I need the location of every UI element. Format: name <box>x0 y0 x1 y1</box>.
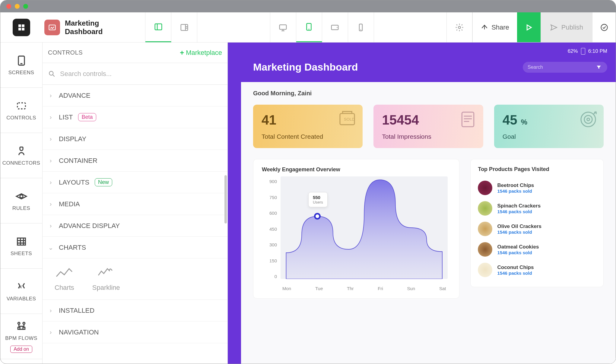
chevron-right-icon: › <box>48 307 53 314</box>
svg-point-22 <box>581 112 595 127</box>
product-row[interactable]: Coconut Chips 1546 packs sold <box>478 260 596 280</box>
rail-label: SCREENS <box>8 70 34 76</box>
top-products-card: Top Products Pages Visited Beetroot Chip… <box>470 159 604 287</box>
chart-tile-charts[interactable]: Charts <box>55 266 74 292</box>
rail-item-bpm-flows[interactable]: BPM FLOWS Add on <box>0 314 42 359</box>
addon-badge: Add on <box>10 346 32 353</box>
preview-search-input[interactable] <box>528 65 593 70</box>
app-logo[interactable] <box>13 19 30 36</box>
controls-search-input[interactable] <box>60 70 222 78</box>
chart-plot-area[interactable]: 550 Users <box>281 176 448 279</box>
product-row[interactable]: Beetroot Chips 1546 packs sold <box>478 178 596 198</box>
rail-icon <box>15 320 27 332</box>
product-name: Spinach Crackers <box>497 203 541 209</box>
product-name: Beetroot Chips <box>497 182 534 188</box>
chart-tile-label: Charts <box>55 284 74 292</box>
device-mobile[interactable] <box>348 12 374 42</box>
device-tablet-portrait[interactable] <box>296 12 322 42</box>
publish-button[interactable]: Publish <box>541 12 592 42</box>
tablet-portrait-icon <box>304 22 313 31</box>
minimize-window-dot[interactable] <box>15 4 20 9</box>
control-group-label: DISPLAY <box>59 135 86 143</box>
layout-view-panel[interactable] <box>145 12 171 42</box>
chart-data-marker <box>314 213 321 220</box>
marketplace-link[interactable]: + Marketplace <box>180 49 222 57</box>
rail-label: VARIABLES <box>7 296 36 302</box>
rail-item-variables[interactable]: x VARIABLES <box>0 269 42 314</box>
control-group-charts[interactable]: ⌄ CHARTS <box>43 237 227 258</box>
product-row[interactable]: Olive Oil Crackers 1546 packs sold <box>478 219 596 239</box>
rail-item-sheets[interactable]: SHEETS <box>0 223 42 269</box>
chevron-right-icon: › <box>48 222 53 229</box>
chevron-right-icon: › <box>48 114 53 121</box>
panel-layout-icon <box>154 22 163 31</box>
product-subtext: 1546 packs sold <box>497 188 534 194</box>
kpi-card-goal[interactable]: 45 % Goal <box>494 105 604 148</box>
svg-point-8 <box>601 24 607 30</box>
scrollbar-thumb[interactable] <box>224 175 227 223</box>
control-group-list[interactable]: › LIST Beta <box>43 106 227 128</box>
control-group-installed[interactable]: › INSTALLED <box>43 300 227 321</box>
device-desktop[interactable] <box>270 12 296 42</box>
badge-new: New <box>95 178 112 186</box>
chart-type-icon <box>55 266 73 280</box>
control-group-advance-display[interactable]: › ADVANCE DISPLAY <box>43 215 227 237</box>
x-tick-label: Thr <box>347 286 354 291</box>
product-row[interactable]: Oatmeal Cookies 1546 packs sold <box>478 239 596 260</box>
svg-point-23 <box>584 116 592 123</box>
dashboard-icon <box>44 20 60 35</box>
settings-button[interactable] <box>446 12 472 42</box>
control-group-container[interactable]: › CONTAINER <box>43 150 227 172</box>
y-tick-label: 0 <box>264 274 277 279</box>
window-titlebar <box>0 0 616 12</box>
rail-label: BPM FLOWS <box>5 335 37 341</box>
rail-item-controls[interactable]: CONTROLS <box>0 88 42 133</box>
y-tick-label: 750 <box>264 195 277 200</box>
device-tablet-landscape[interactable] <box>322 12 348 42</box>
badge-beta: Beta <box>78 113 96 121</box>
products-title: Top Products Pages Visited <box>478 166 596 173</box>
check-circle-icon <box>600 23 608 32</box>
control-group-label: LIST <box>59 113 73 121</box>
rail-icon <box>15 145 27 157</box>
svg-point-15 <box>23 322 25 324</box>
kpi-card-total-content-created[interactable]: 41 Total Content Created SOLD <box>253 105 363 148</box>
svg-point-7 <box>458 26 461 29</box>
product-row[interactable]: Spinach Crackers 1546 packs sold <box>478 198 596 219</box>
rail-label: CONNECTORS <box>2 160 40 166</box>
y-tick-label: 450 <box>264 226 277 232</box>
rail-item-connectors[interactable]: CONNECTORS <box>0 133 42 178</box>
kpi-card-total-impressions[interactable]: 15454 Total Impressions <box>373 105 483 148</box>
filter-icon[interactable] <box>595 64 602 71</box>
layout-view-list[interactable] <box>171 12 197 42</box>
svg-point-18 <box>49 71 53 75</box>
chevron-right-icon: › <box>48 179 53 186</box>
preview-button[interactable] <box>517 12 541 42</box>
svg-text:SOLD: SOLD <box>344 117 355 122</box>
x-tick-label: Sun <box>407 286 415 291</box>
share-label: Share <box>491 24 509 31</box>
control-group-layouts[interactable]: › LAYOUTS New <box>43 172 227 193</box>
rail-item-screens[interactable]: SCREENS <box>0 43 42 88</box>
x-tick-label: Sat <box>439 286 446 291</box>
preview-search[interactable] <box>523 62 607 73</box>
control-group-advance[interactable]: › ADVANCE <box>43 85 227 106</box>
maximize-window-dot[interactable] <box>23 4 28 9</box>
plus-icon: + <box>180 49 184 57</box>
close-window-dot[interactable] <box>6 4 11 9</box>
control-group-display[interactable]: › DISPLAY <box>43 128 227 150</box>
rail-item-rules[interactable]: RULES <box>0 178 42 223</box>
chart-title: Weekly Engagement Overview <box>262 166 451 173</box>
svg-rect-0 <box>49 25 56 30</box>
chart-tile-sparkline[interactable]: Sparkline <box>92 266 120 292</box>
control-group-navigation[interactable]: › NAVIGATION <box>43 321 227 343</box>
share-button[interactable]: Share <box>472 12 517 42</box>
control-group-media[interactable]: › MEDIA <box>43 193 227 215</box>
desktop-icon <box>278 23 287 32</box>
chevron-right-icon: › <box>48 329 53 336</box>
chart-tile-label: Sparkline <box>92 284 120 292</box>
validate-button[interactable] <box>592 12 616 42</box>
svg-rect-3 <box>280 25 287 29</box>
chevron-right-icon: › <box>48 135 53 142</box>
publish-label: Publish <box>561 24 583 31</box>
